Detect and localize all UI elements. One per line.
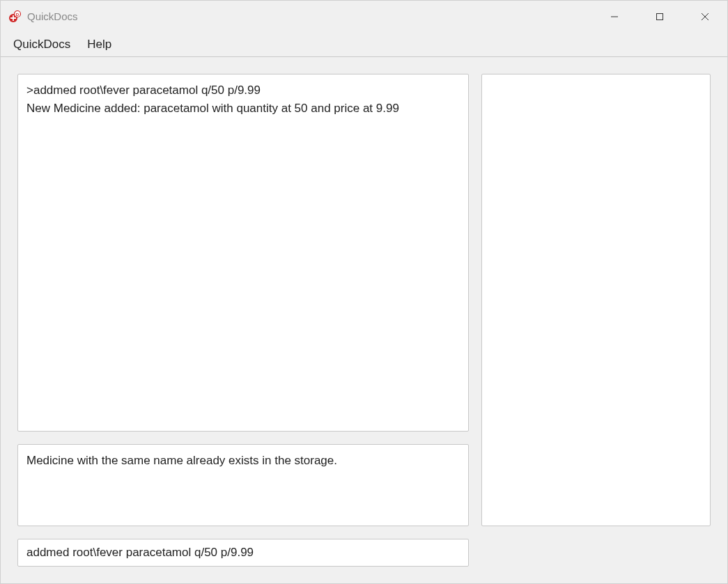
side-panel bbox=[481, 74, 711, 526]
message-panel: Medicine with the same name already exis… bbox=[17, 444, 469, 526]
minimize-button[interactable] bbox=[591, 1, 637, 32]
bottom-spacer bbox=[481, 539, 711, 567]
titlebar: D QuickDocs bbox=[1, 1, 727, 32]
log-panel[interactable]: >addmed root\fever paracetamol q/50 p/9.… bbox=[17, 74, 469, 432]
svg-rect-4 bbox=[656, 13, 663, 19]
left-column: >addmed root\fever paracetamol q/50 p/9.… bbox=[17, 74, 469, 526]
menu-help[interactable]: Help bbox=[87, 38, 111, 52]
menu-quickdocs[interactable]: QuickDocs bbox=[13, 38, 70, 52]
app-icon: D bbox=[8, 10, 22, 24]
window-controls bbox=[591, 1, 727, 32]
window-title: QuickDocs bbox=[27, 10, 591, 22]
main-content: >addmed root\fever paracetamol q/50 p/9.… bbox=[1, 57, 727, 583]
bottom-row bbox=[17, 539, 711, 567]
maximize-button[interactable] bbox=[637, 1, 682, 32]
command-input[interactable] bbox=[17, 539, 469, 567]
svg-text:D: D bbox=[16, 12, 20, 16]
close-button[interactable] bbox=[682, 1, 727, 32]
menubar: QuickDocs Help bbox=[1, 32, 727, 57]
app-window: D QuickDocs QuickDocs Help >addmed root\… bbox=[0, 0, 728, 584]
